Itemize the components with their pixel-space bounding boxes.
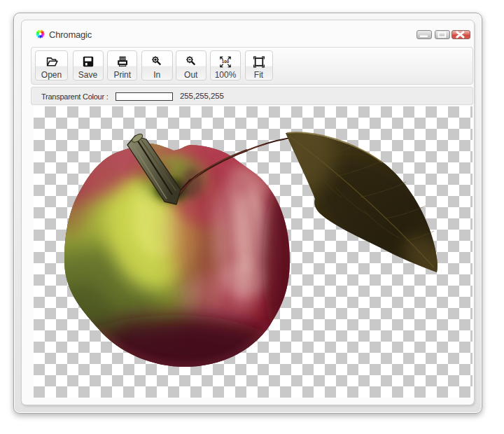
svg-text:100: 100 <box>222 59 230 64</box>
